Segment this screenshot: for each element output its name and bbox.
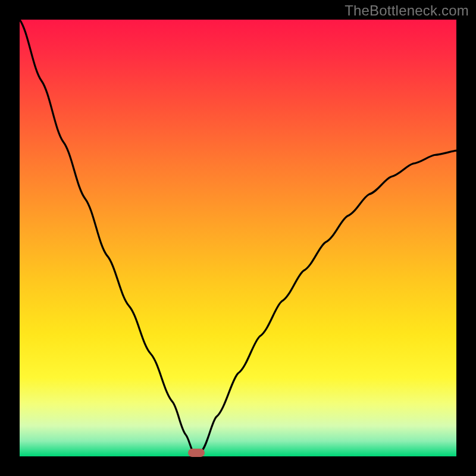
bottleneck-curve bbox=[20, 20, 456, 456]
watermark-text: TheBottleneck.com bbox=[345, 2, 469, 19]
chart-frame: TheBottleneck.com bbox=[0, 0, 476, 476]
curve-path bbox=[20, 20, 456, 454]
optimum-marker bbox=[188, 449, 205, 457]
